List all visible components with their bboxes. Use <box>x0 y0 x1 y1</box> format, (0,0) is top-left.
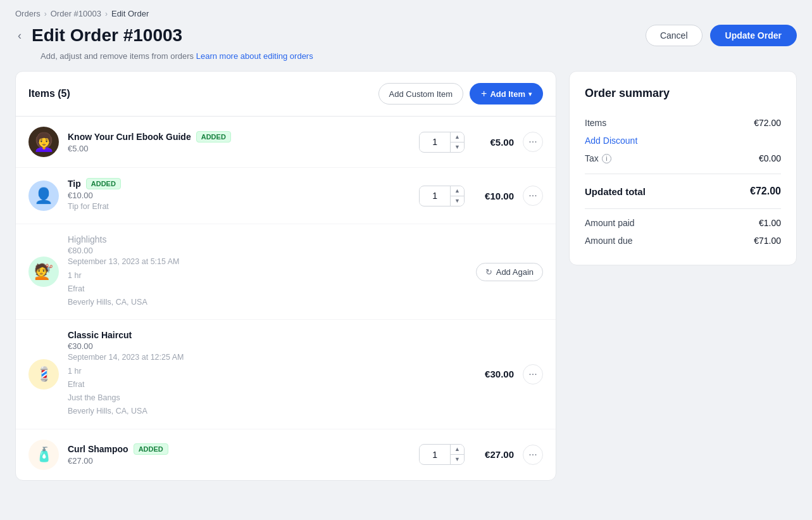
items-header: Items (5) Add Custom Item + Add Item ▾ <box>16 72 556 117</box>
summary-divider-2 <box>585 208 781 209</box>
item-badge: ADDED <box>134 443 168 455</box>
quantity-stepper[interactable] <box>420 187 450 205</box>
item-name: Highlights <box>68 234 106 244</box>
refresh-icon: ↻ <box>485 267 492 277</box>
add-item-button[interactable]: + Add Item ▾ <box>470 83 543 105</box>
header-actions: Cancel Update Order <box>646 25 797 46</box>
item-more-button[interactable]: ··· <box>523 186 543 206</box>
item-badge: ADDED <box>86 178 121 189</box>
qty-up-button[interactable]: ▲ <box>451 132 464 143</box>
avatar <box>28 359 59 390</box>
amount-paid-value: €1.00 <box>759 218 781 228</box>
add-discount-row: Add Discount <box>585 133 781 148</box>
page-header: ‹ Edit Order #10003 Cancel Update Order <box>0 25 812 51</box>
quantity-stepper[interactable] <box>420 446 450 464</box>
tax-info-icon[interactable]: i <box>602 154 611 163</box>
item-price-sub: €10.00 <box>68 191 410 200</box>
summary-items-value: €72.00 <box>754 118 781 128</box>
table-row: Know Your Curl Ebook Guide ADDED €5.00 ▲… <box>16 117 556 168</box>
add-discount-link[interactable]: Add Discount <box>585 133 781 148</box>
item-more-button[interactable]: ··· <box>523 445 543 465</box>
table-row: Highlights €80.00 September 13, 2023 at … <box>16 224 556 320</box>
learn-more-link[interactable]: Learn more about editing orders <box>196 51 313 61</box>
avatar <box>28 257 59 287</box>
qty-up-button[interactable]: ▲ <box>451 445 464 455</box>
item-meta: September 13, 2023 at 5:15 AM 1 hr Efrat… <box>68 255 467 309</box>
item-badge: ADDED <box>196 131 231 143</box>
update-order-button[interactable]: Update Order <box>710 25 797 46</box>
item-name-row: Know Your Curl Ebook Guide ADDED <box>68 131 410 143</box>
summary-divider <box>585 174 781 174</box>
item-price: €27.00 <box>473 449 514 460</box>
qty-arrows: ▲ ▼ <box>450 186 464 206</box>
breadcrumb-edit: Edit Order <box>111 9 149 18</box>
qty-up-button[interactable]: ▲ <box>451 186 464 196</box>
updated-total-row: Updated total €72.00 <box>585 179 781 203</box>
breadcrumb-sep-2: › <box>105 10 108 18</box>
avatar <box>28 127 59 157</box>
item-name: Classic Haircut <box>68 330 132 340</box>
avatar <box>28 440 59 470</box>
add-again-button[interactable]: ↻ Add Again <box>476 263 543 281</box>
qty-arrows: ▲ ▼ <box>450 445 464 464</box>
item-name: Tip <box>68 179 81 189</box>
item-info: Curl Shampoo ADDED €27.00 <box>68 443 410 466</box>
item-price-sub: €80.00 <box>68 246 467 255</box>
item-meta: September 14, 2023 at 12:25 AM 1 hr Efra… <box>68 351 465 418</box>
avatar <box>28 181 59 211</box>
table-row: Classic Haircut €30.00 September 14, 202… <box>16 320 556 429</box>
item-name-row: Classic Haircut <box>68 330 465 340</box>
order-summary-panel: Order summary Items €72.00 Add Discount … <box>569 71 797 265</box>
qty-input-wrap: ▲ ▼ <box>419 132 465 153</box>
qty-down-button[interactable]: ▼ <box>451 455 464 464</box>
chevron-down-icon: ▾ <box>528 91 532 98</box>
cancel-button[interactable]: Cancel <box>646 25 703 46</box>
summary-items-row: Items €72.00 <box>585 113 781 133</box>
item-qty-block: ▲ ▼ <box>419 132 465 153</box>
items-panel: Items (5) Add Custom Item + Add Item ▾ K… <box>15 71 556 481</box>
page-title: Edit Order #10003 <box>32 25 182 46</box>
qty-input-wrap: ▲ ▼ <box>419 186 465 206</box>
main-content: Items (5) Add Custom Item + Add Item ▾ K… <box>0 71 812 496</box>
item-name-row: Curl Shampoo ADDED <box>68 443 410 455</box>
item-price-sub: €30.00 <box>68 341 465 351</box>
item-name-row: Tip ADDED <box>68 178 410 189</box>
item-price: €5.00 <box>473 137 514 148</box>
item-name: Know Your Curl Ebook Guide <box>68 132 191 142</box>
item-qty-block: ▲ ▼ <box>419 186 465 206</box>
amount-due-value: €71.00 <box>754 236 781 246</box>
amount-paid-row: Amount paid €1.00 <box>585 214 781 232</box>
items-title: Items (5) <box>28 88 70 99</box>
item-qty-block: ▲ ▼ <box>419 444 465 465</box>
qty-down-button[interactable]: ▼ <box>451 143 464 152</box>
item-name: Curl Shampoo <box>68 444 128 454</box>
summary-title: Order summary <box>585 87 781 100</box>
item-info: Highlights €80.00 September 13, 2023 at … <box>68 234 467 309</box>
breadcrumb-order[interactable]: Order #10003 <box>51 9 101 18</box>
item-price-sub: €27.00 <box>68 456 410 466</box>
tax-label: Tax i <box>585 153 611 163</box>
quantity-stepper[interactable] <box>420 133 450 151</box>
qty-arrows: ▲ ▼ <box>450 132 464 152</box>
item-price: €30.00 <box>473 369 514 379</box>
amount-due-label: Amount due <box>585 236 633 246</box>
item-more-button[interactable]: ··· <box>523 132 543 152</box>
table-row: Tip ADDED €10.00 Tip for Efrat ▲ ▼ €10.0… <box>16 168 556 224</box>
item-price: €10.00 <box>473 191 514 201</box>
item-name-row: Highlights <box>68 234 467 244</box>
item-info: Know Your Curl Ebook Guide ADDED €5.00 <box>68 131 410 153</box>
plus-icon: + <box>481 88 487 99</box>
qty-down-button[interactable]: ▼ <box>451 196 464 206</box>
breadcrumb-orders[interactable]: Orders <box>15 9 41 18</box>
tax-row: Tax i €0.00 <box>585 148 781 168</box>
item-price-sub: €5.00 <box>68 144 410 153</box>
page-header-left: ‹ Edit Order #10003 <box>15 25 182 46</box>
add-item-label: Add Item <box>490 89 525 99</box>
add-custom-item-button[interactable]: Add Custom Item <box>378 83 463 105</box>
amount-paid-label: Amount paid <box>585 218 635 228</box>
item-meta: Tip for Efrat <box>68 200 410 213</box>
item-more-button[interactable]: ··· <box>523 364 543 384</box>
breadcrumb-sep-1: › <box>44 10 47 18</box>
add-again-label: Add Again <box>496 267 534 277</box>
back-button[interactable]: ‹ <box>15 27 24 45</box>
